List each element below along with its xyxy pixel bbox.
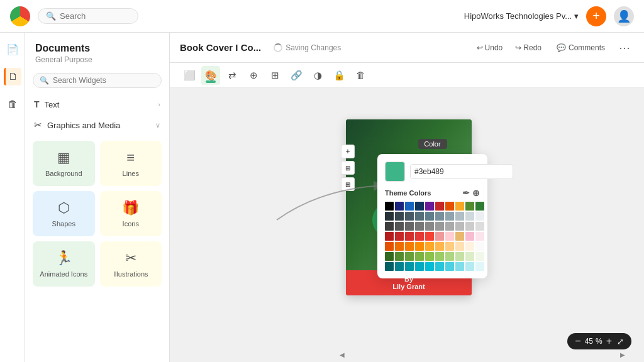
color-cell[interactable] <box>425 232 434 241</box>
color-cell[interactable] <box>445 202 454 211</box>
link-button[interactable]: 🔗 <box>287 66 306 85</box>
color-cell[interactable] <box>415 252 424 261</box>
color-cell[interactable] <box>405 252 414 261</box>
color-cell[interactable] <box>385 232 394 241</box>
sidebar-icon-document[interactable]: 📄 <box>4 40 21 58</box>
more-options-button[interactable]: ⋯ <box>615 38 634 57</box>
color-cell[interactable] <box>415 202 424 211</box>
color-cell[interactable] <box>445 222 454 231</box>
color-cell[interactable] <box>445 232 454 241</box>
widget-background[interactable]: ▦ Background <box>33 141 95 186</box>
color-cell[interactable] <box>435 242 444 251</box>
color-cell[interactable] <box>455 212 464 221</box>
delete-button[interactable]: 🗑 <box>351 66 370 85</box>
palette-button[interactable]: ⊕ <box>472 188 480 198</box>
add-element-btn[interactable]: + <box>341 145 355 158</box>
color-cell[interactable] <box>455 222 464 231</box>
sidebar-icon-page[interactable]: 🗋 <box>4 68 21 85</box>
color-cell[interactable] <box>455 252 464 261</box>
eyedropper-button[interactable]: ✒ <box>462 188 470 198</box>
color-cell[interactable] <box>435 212 444 221</box>
color-cell[interactable] <box>455 232 464 241</box>
zoom-out-button[interactable]: − <box>574 336 582 347</box>
color-cell[interactable] <box>475 252 484 261</box>
color-cell[interactable] <box>405 202 414 211</box>
color-cell[interactable] <box>385 242 394 251</box>
color-cell[interactable] <box>435 252 444 261</box>
color-cell[interactable] <box>425 202 434 211</box>
element-menu-btn[interactable]: ⊞ <box>341 161 355 175</box>
color-cell[interactable] <box>475 232 484 241</box>
color-cell[interactable] <box>385 202 394 211</box>
color-cell[interactable] <box>415 232 424 241</box>
color-cell[interactable] <box>475 222 484 231</box>
color-cell[interactable] <box>465 262 474 271</box>
color-swatch-main[interactable] <box>385 162 405 182</box>
color-cell[interactable] <box>405 232 414 241</box>
stack-button[interactable]: ◑ <box>308 66 327 85</box>
lock-button[interactable]: 🔒 <box>330 66 348 85</box>
color-cell[interactable] <box>425 222 434 231</box>
sidebar-item-text[interactable]: T Text › <box>25 94 169 114</box>
color-cell[interactable] <box>435 222 444 231</box>
canvas-scroll[interactable]: By Lily Grant + ⊞ ⊞ Color <box>170 88 644 362</box>
timer-button[interactable]: ⊕ <box>244 66 263 85</box>
color-cell[interactable] <box>475 242 484 251</box>
scroll-right-btn[interactable]: ▶ <box>620 351 625 358</box>
avatar[interactable]: 👤 <box>614 6 634 26</box>
color-cell[interactable] <box>415 212 424 221</box>
color-cell[interactable] <box>395 262 404 271</box>
add-button[interactable]: + <box>586 6 606 26</box>
color-cell[interactable] <box>385 262 394 271</box>
color-cell[interactable] <box>405 262 414 271</box>
color-cell[interactable] <box>385 212 394 221</box>
color-cell[interactable] <box>385 222 394 231</box>
color-cell[interactable] <box>475 212 484 221</box>
search-input[interactable] <box>60 11 129 21</box>
scroll-left-btn[interactable]: ◀ <box>340 351 345 358</box>
sidebar-item-graphics[interactable]: ✂ Graphics and Media ∨ <box>25 114 169 136</box>
color-cell[interactable] <box>425 252 434 261</box>
color-cell[interactable] <box>465 202 474 211</box>
color-cell[interactable] <box>415 242 424 251</box>
color-button[interactable]: 🎨 <box>201 66 220 85</box>
widget-animated-icons[interactable]: 🏃 Animated Icons <box>33 241 95 287</box>
color-cell[interactable] <box>395 222 404 231</box>
color-cell[interactable] <box>465 222 474 231</box>
redo-button[interactable]: ↪ Redo <box>510 41 547 55</box>
color-cell[interactable] <box>415 222 424 231</box>
color-cell[interactable] <box>415 262 424 271</box>
widget-shapes[interactable]: ⬡ Shapes <box>33 191 95 236</box>
color-cell[interactable] <box>465 232 474 241</box>
color-cell[interactable] <box>395 232 404 241</box>
color-cell[interactable] <box>405 212 414 221</box>
grid-button[interactable]: ⊞ <box>265 66 284 85</box>
fullscreen-button[interactable]: ⤢ <box>616 337 625 346</box>
comments-button[interactable]: 💬 Comments <box>552 41 610 55</box>
zoom-in-button[interactable]: + <box>605 336 613 347</box>
widget-search[interactable]: 🔍 <box>33 73 162 88</box>
color-cell[interactable] <box>445 252 454 261</box>
color-cell[interactable] <box>405 222 414 231</box>
element-grid-btn[interactable]: ⊞ <box>341 177 355 191</box>
color-cell[interactable] <box>425 242 434 251</box>
color-cell[interactable] <box>475 262 484 271</box>
global-search[interactable]: 🔍 <box>38 8 138 24</box>
color-cell[interactable] <box>445 262 454 271</box>
undo-button[interactable]: ↩ Undo <box>472 41 508 55</box>
color-cell[interactable] <box>455 262 464 271</box>
flip-button[interactable]: ⇄ <box>223 66 242 85</box>
color-cell[interactable] <box>405 242 414 251</box>
color-cell[interactable] <box>435 232 444 241</box>
color-cell[interactable] <box>445 212 454 221</box>
color-cell[interactable] <box>465 242 474 251</box>
color-cell[interactable] <box>455 242 464 251</box>
widget-icons[interactable]: 🎁 Icons <box>100 191 162 236</box>
color-cell[interactable] <box>435 202 444 211</box>
color-cell[interactable] <box>455 202 464 211</box>
color-cell[interactable] <box>385 252 394 261</box>
company-name[interactable]: HipoWorks Technologies Pv... ▾ <box>464 11 579 21</box>
hex-input[interactable] <box>410 164 513 179</box>
color-cell[interactable] <box>465 212 474 221</box>
color-cell[interactable] <box>395 252 404 261</box>
